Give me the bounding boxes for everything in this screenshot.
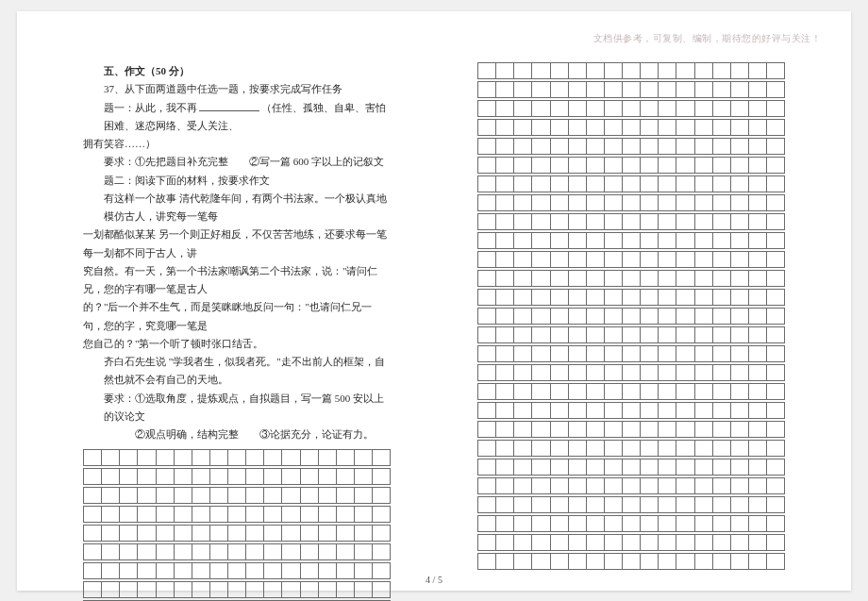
grid-cell (748, 496, 766, 513)
grid-cell (137, 449, 155, 466)
grid-cell (531, 477, 549, 494)
writing-grid-right (477, 62, 785, 570)
grid-cell (676, 194, 693, 211)
grid-cell (730, 157, 748, 174)
grid-cell (676, 364, 693, 381)
prompt-a-req: 要求：①先把题目补充完整 ②写一篇 600 字以上的记叙文 (83, 153, 391, 171)
grid-cell (513, 421, 531, 438)
grid-cell (586, 232, 604, 249)
grid-cell (640, 364, 658, 381)
grid-cell (281, 487, 299, 504)
grid-cell (622, 383, 640, 400)
grid-cell (730, 383, 748, 400)
grid-cell (622, 534, 640, 551)
grid-cell (568, 345, 586, 362)
grid-cell (336, 525, 354, 542)
grid-cell (712, 440, 730, 457)
grid-cell (676, 213, 693, 230)
grid-cell (748, 440, 766, 457)
grid-cell (550, 345, 568, 362)
grid-cell (766, 383, 785, 400)
grid-cell (137, 487, 155, 504)
grid-cell (604, 383, 622, 400)
task-intro: 37、从下面两道题中任选一题，按要求完成写作任务 (83, 80, 391, 98)
grid-cell (694, 308, 712, 325)
grid-cell (477, 289, 495, 306)
grid-cell (586, 213, 604, 230)
grid-cell (550, 100, 568, 117)
grid-cell (209, 468, 227, 485)
grid-cell (586, 534, 604, 551)
grid-cell (730, 402, 748, 419)
grid-cell (604, 232, 622, 249)
grid-cell (658, 251, 676, 268)
grid-cell (766, 138, 785, 155)
grid-cell (550, 402, 568, 419)
grid-cell (513, 270, 531, 287)
grid-cell (550, 232, 568, 249)
grid-cell (83, 525, 101, 542)
grid-cell (694, 119, 712, 136)
grid-cell (531, 289, 549, 306)
grid-cell (586, 383, 604, 400)
grid-cell (766, 175, 785, 192)
grid-cell (640, 251, 658, 268)
grid-cell (658, 157, 676, 174)
grid-cell (245, 468, 263, 485)
grid-cell (748, 81, 766, 98)
grid-cell (676, 534, 693, 551)
grid-cell (156, 506, 174, 523)
grid-cell (263, 525, 281, 542)
grid-row (477, 232, 785, 249)
grid-cell (748, 402, 766, 419)
grid-cell (730, 138, 748, 155)
grid-cell (495, 213, 513, 230)
grid-cell (513, 194, 531, 211)
grid-cell (766, 421, 785, 438)
grid-cell (318, 487, 336, 504)
grid-cell (640, 553, 658, 570)
grid-cell (550, 175, 568, 192)
grid-cell (766, 534, 785, 551)
grid-cell (712, 119, 730, 136)
grid-cell (604, 194, 622, 211)
grid-cell (766, 81, 785, 98)
grid-cell (477, 175, 495, 192)
grid-row (477, 308, 785, 325)
paper-sheet: 文档供参考，可复制、编制，期待您的好评与关注！ 五、作文（50 分） 37、从下… (17, 11, 851, 591)
grid-cell (676, 515, 693, 532)
grid-cell (640, 402, 658, 419)
grid-cell (694, 496, 712, 513)
grid-cell (694, 440, 712, 457)
grid-cell (495, 553, 513, 570)
grid-cell (477, 326, 495, 343)
grid-cell (604, 459, 622, 476)
grid-cell (586, 289, 604, 306)
grid-cell (477, 119, 495, 136)
grid-cell (513, 308, 531, 325)
grid-cell (192, 468, 209, 485)
grid-cell (531, 119, 549, 136)
grid-cell (622, 194, 640, 211)
grid-cell (640, 119, 658, 136)
grid-cell (748, 157, 766, 174)
grid-cell (766, 477, 785, 494)
grid-cell (156, 487, 174, 504)
grid-cell (694, 383, 712, 400)
grid-cell (640, 100, 658, 117)
story-p6: 齐白石先生说 "学我者生，似我者死。"走不出前人的框架，自然也就不会有自己的天地… (83, 353, 391, 390)
grid-cell (658, 459, 676, 476)
grid-cell (550, 119, 568, 136)
grid-cell (640, 345, 658, 362)
grid-cell (694, 289, 712, 306)
grid-cell (604, 477, 622, 494)
grid-cell (531, 402, 549, 419)
grid-cell (513, 175, 531, 192)
grid-cell (712, 308, 730, 325)
grid-cell (372, 543, 391, 560)
grid-cell (676, 119, 693, 136)
grid-cell (676, 138, 693, 155)
grid-cell (694, 477, 712, 494)
grid-cell (513, 119, 531, 136)
grid-cell (300, 506, 318, 523)
